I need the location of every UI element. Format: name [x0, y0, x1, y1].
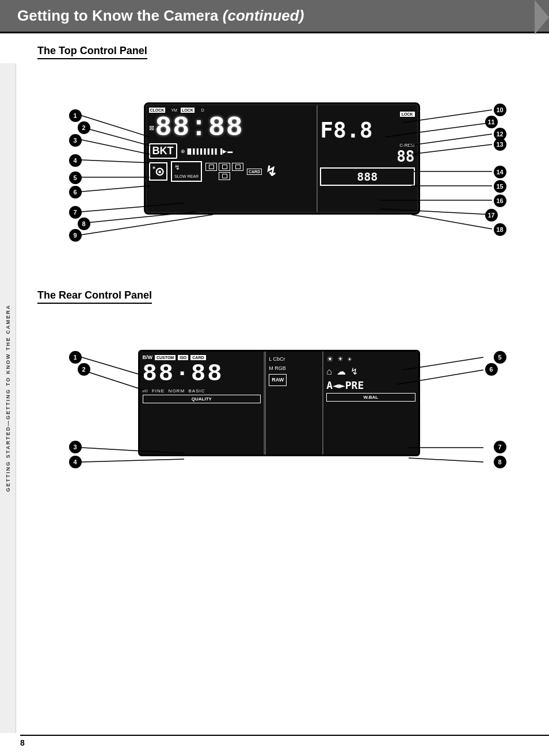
top-panel-section: The Top Control Panel: [37, 45, 537, 261]
iso-tag: ISO: [178, 355, 188, 360]
callout-14: 14: [494, 166, 506, 178]
callout-15: 15: [494, 180, 506, 193]
weather-icons-row: ☀ ☀ ☀: [326, 354, 415, 364]
bracket-meter: ⊕ ▐▌▌▌▌▌▌▌▌▐ ▶ ▬: [181, 148, 233, 154]
bottom-icons-row: *⊙ ↯ SLOW REAR: [149, 161, 315, 182]
lock2-row: LOCK: [320, 108, 414, 118]
big-digits-row: ⊠ 88:88: [149, 114, 315, 142]
page-title: Getting to Know the Camera (continued): [17, 7, 304, 25]
svg-line-8: [82, 215, 213, 235]
sun-icon-3: ☀: [347, 356, 352, 362]
sun-icon-1: ☀: [326, 354, 334, 364]
rear-callout-3: 3: [69, 441, 82, 453]
svg-line-25: [409, 458, 483, 462]
af-symbols: [205, 163, 243, 180]
svg-line-19: [82, 370, 144, 390]
rear-callout-5: 5: [494, 351, 506, 364]
svg-line-3: [82, 160, 150, 163]
rear-panel-diagram: 1 2 3 4 5 6 7 8 B/W CUSTOM ISO CARD: [69, 315, 506, 494]
callout-3: 3: [69, 134, 82, 147]
callout-11: 11: [485, 116, 498, 128]
rear-lcd-display: B/W CUSTOM ISO CARD 88·88 HI FINE NORM B…: [138, 350, 420, 456]
clock-tag: CLOCK: [150, 108, 165, 112]
card-icon: CARD: [247, 169, 262, 175]
sun-icon-2: ☀: [337, 355, 344, 363]
wbal-bar: W.BAL: [326, 393, 415, 402]
lock-tag: LOCK: [182, 108, 193, 112]
crem-label: C-REM: [320, 143, 414, 148]
header-arrow-decoration: [535, 0, 549, 35]
side-tab-text: GETTING STARTED—GETTING TO KNOW THE CAME…: [5, 304, 11, 492]
lcd-left: CLOCK YM LOCK D ⊠ 88:88: [147, 105, 318, 212]
svg-line-5: [82, 186, 150, 192]
callout-2: 2: [78, 121, 90, 134]
svg-line-17: [411, 215, 492, 229]
callout-6: 6: [69, 186, 82, 198]
slow-rear: SLOW REAR: [174, 174, 199, 178]
title-main: Getting to Know the Camera: [17, 7, 219, 24]
rear-callout-6: 6: [485, 363, 498, 376]
bkt-row: BKT ⊕ ▐▌▌▌▌▌▌▌▌▐ ▶ ▬: [149, 143, 315, 159]
callout-8: 8: [78, 217, 90, 230]
callout-16: 16: [494, 194, 506, 207]
callout-5: 5: [69, 171, 82, 184]
svg-line-18: [82, 357, 144, 376]
svg-line-2: [82, 140, 150, 154]
rear-callout-8: 8: [494, 456, 506, 468]
format-options: L CbCr M RGB RAW: [269, 354, 319, 386]
svg-line-0: [82, 116, 150, 137]
af-box-2: [219, 163, 230, 171]
d-tag: D: [201, 108, 204, 112]
main-content: The Top Control Panel: [20, 33, 549, 505]
top-lcd-inner: CLOCK YM LOCK D ⊠ 88:88: [147, 105, 417, 212]
af-inner-1: [209, 165, 214, 169]
af-box-4: [219, 172, 230, 180]
card-label: CARD: [249, 170, 260, 174]
top-panel-diagram: 1 2 3 4 5 6 7 8 9 10 11 12 13 14 15 16 1…: [69, 71, 506, 261]
spacer-1: [37, 272, 537, 289]
bw-label: B/W: [143, 354, 153, 360]
rear-lcd-middle: L CbCr M RGB RAW: [266, 352, 323, 455]
flash-fill-display: ↯: [265, 163, 277, 180]
page-header: Getting to Know the Camera (continued): [0, 0, 549, 32]
title-subtitle: (continued): [223, 7, 304, 24]
af-inner-4: [222, 174, 227, 178]
bottom-line: [20, 735, 549, 736]
callout-13: 13: [494, 138, 506, 151]
callout-7: 7: [69, 206, 82, 219]
flash-wb-icon: ↯: [350, 366, 358, 377]
callout-9: 9: [69, 229, 82, 242]
a-pre-display: A◄►PRE: [326, 379, 415, 391]
lock2-tag: LOCK: [400, 112, 415, 117]
callout-17: 17: [485, 209, 498, 222]
af-inner-3: [235, 165, 241, 169]
rear-callout-2: 2: [78, 363, 90, 376]
rem-digits: 88: [320, 148, 414, 165]
rear-top-tags: B/W CUSTOM ISO CARD: [143, 354, 261, 360]
quality-bar: QUALITY: [143, 395, 261, 403]
rear-callout-7: 7: [494, 441, 506, 453]
rear-callout-1: 1: [69, 351, 82, 364]
callout-10: 10: [494, 104, 506, 116]
callout-18: 18: [494, 223, 506, 236]
rear-lcd-left: B/W CUSTOM ISO CARD 88·88 HI FINE NORM B…: [140, 352, 265, 455]
af-box-1: [205, 163, 217, 171]
ym-tag: YM: [171, 108, 177, 112]
top-lcd-display: CLOCK YM LOCK D ⊠ 88:88: [144, 102, 420, 215]
wb-icons-row: ⌂ ☁ ↯: [326, 366, 415, 377]
frame-digits: 888: [320, 167, 414, 186]
quality-text: HI FINE NORM BASIC: [143, 388, 261, 394]
af-row-1: [205, 163, 243, 171]
rear-lcd-right: ☀ ☀ ☀ ⌂ ☁ ↯ A◄►PRE W.BAL: [323, 352, 418, 455]
top-panel-title: The Top Control Panel: [37, 45, 147, 59]
f-display: F8.8: [320, 119, 414, 141]
quality-row: HI FINE NORM BASIC QUALITY: [143, 388, 261, 403]
af-inner-2: [222, 165, 227, 169]
af-row-2: [205, 172, 243, 180]
svg-line-12: [411, 144, 492, 154]
af-box-3: [232, 163, 243, 171]
custom-tag: CUSTOM: [155, 355, 176, 360]
quality-label: QUALITY: [192, 396, 212, 402]
page-number: 8: [20, 738, 25, 747]
svg-line-11: [409, 134, 492, 146]
